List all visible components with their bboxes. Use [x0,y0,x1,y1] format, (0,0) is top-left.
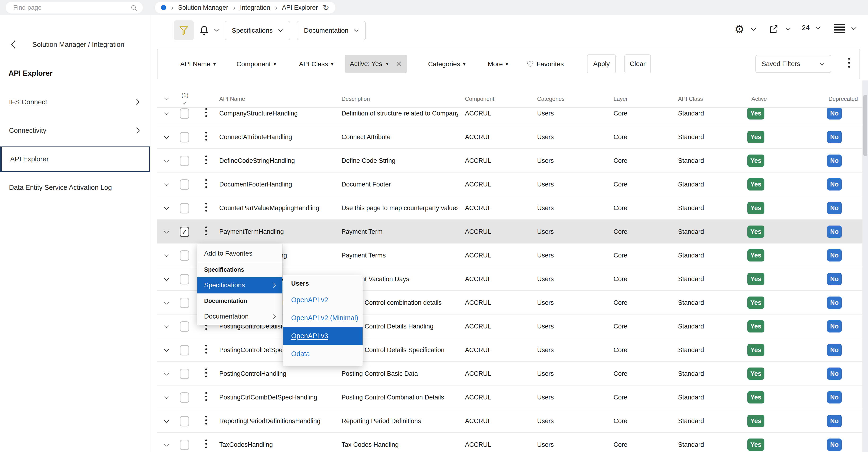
breadcrumb-integration[interactable]: Integration [240,4,270,11]
row-checkbox[interactable]: ✓ [180,392,189,403]
filter-chip-active-yes[interactable]: Active: Yes ▾ ✕ [345,55,407,73]
row-expand-chevron-icon[interactable] [163,112,170,116]
filter-api-name[interactable]: API Name ▾ [180,49,216,79]
row-checkbox[interactable]: ✓ [180,109,189,119]
page-size-selector[interactable]: 24 [802,24,821,32]
table-row[interactable]: ✓ TaxCodesHandling Tax Codes Handling AC… [157,433,863,452]
refresh-icon[interactable]: ↻ [322,4,330,11]
row-kebab-menu-icon[interactable] [205,132,207,141]
row-expand-chevron-icon[interactable] [163,253,170,258]
documentation-dropdown-button[interactable]: Documentation [297,21,366,40]
row-kebab-menu-icon[interactable] [205,392,207,401]
submenu-item-openapi-v2[interactable]: OpenAPI v2 [283,291,363,309]
bell-icon[interactable] [198,25,210,37]
filter-api-class[interactable]: API Class ▾ [299,49,334,79]
row-checkbox[interactable]: ✓ [180,298,189,308]
row-expand-chevron-icon[interactable] [163,230,170,234]
row-kebab-menu-icon[interactable] [205,440,207,448]
table-row[interactable]: ✓ ReportingPeriodDefinitionsHandling Rep… [157,409,863,433]
row-kebab-menu-icon[interactable] [205,108,207,117]
row-expand-chevron-icon[interactable] [163,182,170,187]
sidebar-item-data-entity-log[interactable]: Data Entity Service Activation Log [0,179,150,196]
submenu-item-openapi-v2-minimal[interactable]: OpenAPI v2 (Minimal) [283,309,363,327]
row-expand-chevron-icon[interactable] [163,395,170,400]
row-expand-chevron-icon[interactable] [163,135,170,140]
menu-item-specifications[interactable]: Specifications [197,277,282,294]
filter-kebab-menu-icon[interactable] [848,58,850,68]
scrollbar-thumb[interactable] [863,95,867,156]
row-expand-chevron-icon[interactable] [163,301,170,305]
clear-button[interactable]: Clear [624,54,651,73]
settings-menu-button[interactable]: ⚙ [734,24,756,35]
row-checkbox[interactable]: ✓ [180,203,189,213]
submenu-item-openapi-v3[interactable]: OpenAPI v3 [283,327,363,345]
column-header-api-class[interactable]: API Class [678,96,703,102]
table-row[interactable]: ✓ ConnectAttributeHandling Connect Attri… [157,125,863,149]
bell-dropdown-chevron-icon[interactable] [214,28,220,32]
submenu-item-odata[interactable]: Odata [283,345,363,363]
apply-button[interactable]: Apply [587,54,616,73]
favorites-toggle[interactable]: ♡ Favorites [526,49,564,79]
vertical-scrollbar[interactable] [862,81,868,452]
row-checkbox[interactable]: ✓ [180,132,189,143]
row-checkbox[interactable]: ✓ [180,416,189,426]
row-kebab-menu-icon[interactable] [205,203,207,212]
table-row[interactable]: ✓ PostingControlHandling Posting Control… [157,362,863,386]
row-expand-chevron-icon[interactable] [163,325,170,329]
row-expand-chevron-icon[interactable] [163,277,170,281]
table-row[interactable]: ✓ PaymentTermHandling Payment Term ACCRU… [157,220,863,243]
saved-filters-dropdown[interactable]: Saved Filters [755,55,831,73]
table-row[interactable]: ✓ DefineCodeStringHandling Define Code S… [157,149,863,173]
breadcrumb-api-explorer[interactable]: API Explorer [282,4,318,11]
sidebar-item-api-explorer[interactable]: API Explorer [0,147,150,172]
table-row[interactable]: ✓ PostingCtrlCombDetSpecHandling Posting… [157,386,863,409]
expand-all-chevron-icon[interactable] [163,96,170,101]
row-checkbox[interactable]: ✓ [180,179,189,190]
column-header-component[interactable]: Component [465,96,494,102]
column-header-api-name[interactable]: API Name [219,96,245,102]
row-expand-chevron-icon[interactable] [163,443,170,447]
sidebar-item-connectivity[interactable]: Connectivity [0,122,150,139]
density-selector[interactable] [834,24,857,33]
row-kebab-menu-icon[interactable] [205,179,207,188]
selected-count[interactable]: (1) [180,92,190,98]
sidebar-item-ifs-connect[interactable]: IFS Connect [0,93,150,111]
row-kebab-menu-icon[interactable] [205,368,207,377]
row-checkbox[interactable]: ✓ [180,227,189,237]
filter-toggle-button[interactable] [174,20,194,40]
column-header-active[interactable]: Active [751,96,767,102]
column-header-deprecated[interactable]: Deprecated [810,96,858,102]
select-all-check-icon[interactable]: ✓ [180,100,190,107]
row-checkbox[interactable]: ✓ [180,369,189,379]
row-checkbox[interactable]: ✓ [180,345,189,356]
row-expand-chevron-icon[interactable] [163,372,170,376]
breadcrumb-solution-manager[interactable]: Solution Manager [178,4,228,11]
find-page-search[interactable] [6,2,143,13]
column-header-categories[interactable]: Categories [537,96,564,102]
menu-item-add-to-favorites[interactable]: Add to Favorites [197,245,282,262]
filter-more[interactable]: More ▾ [488,49,508,79]
table-row[interactable]: ✓ CounterPartValueMappingHandling Use th… [157,196,863,220]
table-row[interactable]: ✓ PostingControlDetSpecHandling Posting … [157,338,863,362]
row-checkbox[interactable]: ✓ [180,274,189,284]
menu-item-documentation[interactable]: Documentation [197,308,282,325]
column-header-layer[interactable]: Layer [614,96,628,102]
row-kebab-menu-icon[interactable] [205,345,207,354]
close-icon[interactable]: ✕ [396,59,402,68]
sidebar-back-chevron-icon[interactable] [10,40,16,49]
row-expand-chevron-icon[interactable] [163,159,170,163]
row-checkbox[interactable]: ✓ [180,440,189,450]
row-kebab-menu-icon[interactable] [205,416,207,425]
row-checkbox[interactable]: ✓ [180,250,189,261]
filter-categories[interactable]: Categories ▾ [428,49,465,79]
share-menu-button[interactable] [768,24,791,35]
row-kebab-menu-icon[interactable] [205,155,207,164]
row-checkbox[interactable]: ✓ [180,321,189,332]
row-checkbox[interactable]: ✓ [180,156,189,166]
table-row[interactable]: ✓ DocumentFooterHandling Document Footer… [157,173,863,196]
search-input[interactable] [6,2,143,13]
specifications-dropdown-button[interactable]: Specifications [225,21,290,40]
filter-component[interactable]: Component ▾ [237,49,276,79]
column-header-description[interactable]: Description [342,96,370,102]
row-expand-chevron-icon[interactable] [163,206,170,210]
